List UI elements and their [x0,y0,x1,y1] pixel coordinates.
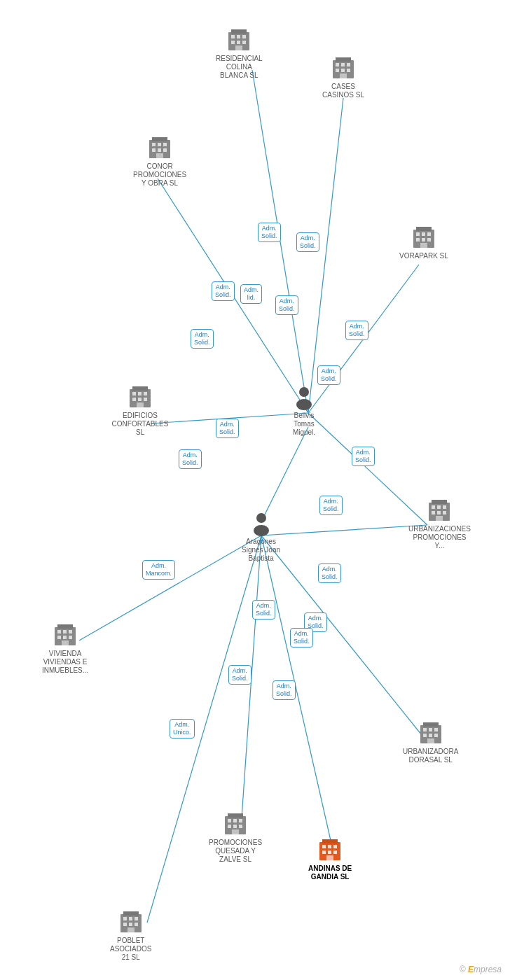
node-bellvis[interactable]: BellvisTomasMiguel. [291,384,317,437]
building-icon-conor [146,134,173,161]
svg-rect-15 [231,35,235,38]
svg-rect-76 [57,636,61,639]
badge-6[interactable]: Adm.Solid. [191,329,214,349]
svg-rect-110 [129,917,132,920]
svg-rect-63 [432,500,447,504]
svg-rect-68 [437,511,441,514]
svg-rect-96 [239,825,242,828]
building-icon-quesada [222,811,249,837]
svg-rect-72 [57,624,73,629]
badge-15[interactable]: Adm.Solid. [252,600,275,620]
svg-rect-104 [328,850,331,854]
node-cases-casinos[interactable]: CASESCASINOS SL [322,55,364,99]
badge-5[interactable]: Adm.Solid. [275,295,298,315]
badge-4[interactable]: Adm.lid. [240,284,262,304]
label-residencial: RESIDENCIAL COLINA BLANCA SL [216,55,263,80]
svg-rect-94 [228,825,231,828]
badge-7[interactable]: Adm.Solid. [345,321,368,340]
svg-rect-92 [233,819,237,822]
person-icon-aragones [248,510,275,536]
svg-rect-16 [237,35,240,38]
node-urbanizaciones[interactable]: URBANIZACIONESPROMOCIONESY... [408,497,471,550]
svg-rect-106 [326,855,333,860]
svg-rect-79 [62,640,69,645]
svg-rect-24 [336,63,339,66]
node-conor[interactable]: CONORPROMOCIONESY OBRA SL [133,134,186,188]
badge-19[interactable]: Adm.Solid. [273,680,296,700]
svg-rect-23 [336,57,351,62]
svg-rect-20 [242,41,246,44]
node-poblet[interactable]: POBLETASOCIADOS21 SL [110,909,151,962]
badge-13[interactable]: Adm.Solid. [318,564,341,583]
svg-rect-47 [427,238,431,241]
label-quesada: PROMOCIONESQUESADA YZALVE SL [209,839,262,864]
badge-8[interactable]: Adm.Solid. [317,365,340,385]
svg-rect-18 [231,41,235,44]
svg-line-6 [261,525,427,536]
svg-rect-54 [132,398,136,401]
badge-11[interactable]: Adm.Solid. [352,447,375,466]
node-aragones[interactable]: AragonesSignes JoanBaptista [242,510,280,563]
svg-rect-21 [235,46,242,50]
badge-9[interactable]: Adm.Solid. [216,419,239,438]
svg-rect-66 [443,505,446,509]
svg-rect-105 [333,850,337,854]
svg-rect-102 [333,845,337,848]
svg-rect-17 [242,35,246,38]
svg-rect-19 [237,41,240,44]
svg-point-60 [256,513,266,523]
svg-rect-73 [57,630,61,634]
node-residencial[interactable]: RESIDENCIAL COLINA BLANCA SL [216,27,263,80]
svg-rect-109 [123,917,127,920]
svg-rect-99 [322,839,338,844]
svg-rect-41 [416,227,432,231]
svg-rect-111 [135,917,138,920]
label-andinas: ANDINAS DEGANDIA SL [308,864,352,881]
badge-14[interactable]: Adm.Mancom. [142,560,175,580]
svg-line-12 [261,427,308,522]
svg-line-8 [261,536,427,742]
badge-3[interactable]: Adm.Solid. [212,281,235,301]
node-andinas[interactable]: ANDINAS DEGANDIA SL [308,836,352,881]
node-urbanizadora[interactable]: URBANIZADORADORASAL SL [403,720,458,764]
building-icon-urbanizadora [418,720,444,746]
svg-rect-93 [239,819,242,822]
label-bellvis: BellvisTomasMiguel. [293,412,315,437]
svg-rect-55 [138,398,142,401]
svg-rect-77 [63,636,67,639]
node-vivienda[interactable]: VIVIENDAVIVIENDAS EINMUEBLES... [42,622,88,675]
svg-point-58 [299,387,309,397]
node-vorapark[interactable]: VORAPARK SL [399,224,448,260]
building-icon-andinas [317,836,343,863]
svg-rect-84 [434,728,438,732]
graph-container: RESIDENCIAL COLINA BLANCA SL CASESCASINO… [0,0,510,980]
svg-rect-82 [423,728,427,732]
label-urbanizadora: URBANIZADORADORASAL SL [403,748,458,764]
label-vorapark: VORAPARK SL [399,252,448,260]
svg-rect-69 [443,511,446,514]
label-edificios: EDIFICIOSCONFORTABLES SL [109,412,172,437]
badge-1[interactable]: Adm.Solid. [258,223,281,242]
svg-rect-57 [137,402,144,407]
badge-2[interactable]: Adm.Solid. [296,232,319,252]
node-edificios[interactable]: EDIFICIOSCONFORTABLES SL [109,384,172,437]
svg-rect-91 [228,819,231,822]
svg-rect-90 [228,813,243,818]
badge-18[interactable]: Adm.Solid. [228,665,251,685]
badge-12[interactable]: Adm.Solid. [319,496,343,515]
svg-rect-88 [427,738,434,743]
building-icon-vorapark [411,224,437,251]
svg-rect-85 [423,734,427,737]
svg-rect-87 [434,734,438,737]
node-promociones-quesada[interactable]: PROMOCIONESQUESADA YZALVE SL [209,811,262,864]
svg-point-61 [254,525,269,536]
badge-17[interactable]: Adm.Solid. [290,628,313,648]
label-conor: CONORPROMOCIONESY OBRA SL [133,162,186,188]
building-icon-urbanizaciones [426,497,453,524]
svg-rect-35 [163,143,167,146]
badge-20[interactable]: Adm.Unico. [170,719,195,738]
svg-rect-83 [429,728,432,732]
svg-rect-101 [328,845,331,848]
svg-rect-27 [336,69,339,72]
badge-10[interactable]: Adm.Solid. [179,449,202,469]
